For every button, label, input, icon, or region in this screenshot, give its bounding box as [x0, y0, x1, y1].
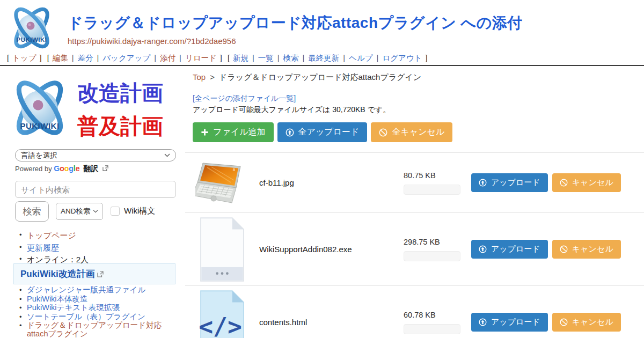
- nav-bracket: [: [7, 54, 9, 62]
- nav-bracket: ]: [220, 54, 222, 62]
- sidebar-link-text-ext[interactable]: PukiWikiテキスト表現拡張: [27, 303, 120, 312]
- ban-icon: [560, 245, 568, 253]
- upload-circle-icon: [479, 245, 487, 253]
- sidebar-link-common-files[interactable]: ダジャレンジャー版共通ファイル: [27, 285, 145, 294]
- progress-bar: [404, 185, 460, 195]
- sidebar-link-sort-table[interactable]: ソートテーブル（表）プラグイン: [27, 312, 145, 321]
- breadcrumb-home-link[interactable]: Top: [193, 72, 206, 82]
- nav-bracket: [: [228, 54, 230, 62]
- pukiwiki-attach-page: PUKIWIKI ドラッグ＆ドロップアップロード対応attachプラグイン への…: [0, 0, 644, 338]
- online-count-text: オンライン：2人: [27, 255, 89, 264]
- nav-item-top[interactable]: トップ: [12, 54, 36, 62]
- site-search-input[interactable]: [15, 181, 176, 198]
- upload-circle-icon: [479, 179, 487, 187]
- cancel-button[interactable]: キャンセル: [552, 173, 621, 192]
- wiki-syntax-checkbox[interactable]: [111, 207, 120, 216]
- file-row: WikiSupportAddin082.exe 298.75 KB アップロード: [185, 213, 644, 286]
- search-mode-select[interactable]: AND検索: [56, 203, 103, 220]
- upload-button[interactable]: アップロード: [471, 240, 548, 259]
- ban-icon: [379, 128, 387, 137]
- nav-item-edit[interactable]: 編集: [53, 54, 68, 62]
- page-url-link[interactable]: https://pukiwiki.dajya-ranger.com/?1bd2d…: [68, 36, 236, 46]
- all-attachments-link[interactable]: [全ページの添付ファイル一覧]: [193, 94, 296, 104]
- logo-line1: 改造計画: [77, 81, 163, 105]
- file-size: 60.78 KB: [404, 311, 464, 319]
- nav-bracket: ]: [40, 54, 42, 62]
- file-actions: アップロード キャンセル: [471, 240, 644, 259]
- upload-all-button[interactable]: 全アップロード: [277, 122, 368, 142]
- cancel-button[interactable]: キャンセル: [552, 313, 621, 332]
- ban-icon: [560, 318, 568, 326]
- sidebar-link-core-mod[interactable]: PukiWiki本体改造: [27, 295, 88, 303]
- language-select-value: 言語を選択: [21, 151, 57, 160]
- file-row: </> contents.html 60.78 KB アップロード: [185, 286, 644, 338]
- file-thumbnail: </>: [189, 289, 255, 338]
- nav-item-diff[interactable]: 差分: [77, 54, 93, 62]
- nav-item-reload[interactable]: リロード: [185, 54, 217, 62]
- html-file-icon: </>: [197, 289, 247, 338]
- laptop-photo-thumbnail: 8: [195, 161, 249, 205]
- logo-line2: 普及計画: [77, 114, 163, 138]
- sidebar-link-toppage[interactable]: トップページ: [27, 231, 76, 240]
- list-item: PukiWiki本体改造: [27, 295, 176, 304]
- nav-bracket: [: [47, 54, 49, 62]
- nav-item-backup[interactable]: バックアップ: [103, 54, 150, 62]
- add-files-button[interactable]: ファイル追加: [193, 122, 274, 142]
- cancel-button[interactable]: キャンセル: [552, 240, 621, 259]
- powered-by-text: Powered by: [15, 165, 52, 173]
- upload-file-list: 8 cf-b11.jpg: [185, 152, 644, 338]
- upload-button[interactable]: アップロード: [471, 173, 548, 192]
- upload-circle-icon: [479, 318, 487, 326]
- file-name: cf-b11.jpg: [255, 178, 404, 187]
- breadcrumb-separator: >: [210, 72, 215, 82]
- google-translate-attribution[interactable]: Powered by Google 翻訳: [15, 164, 108, 174]
- list-item: ソートテーブル（表）プラグイン: [27, 313, 176, 321]
- external-link-icon: [103, 165, 108, 171]
- pukiwiki-logo[interactable]: PUKIWIKI: [5, 3, 58, 53]
- language-select[interactable]: 言語を選択: [15, 149, 176, 161]
- sidebar-site-logo[interactable]: PUKIWIKI 改造計画 普及計画: [9, 75, 178, 144]
- file-name: contents.html: [255, 318, 404, 327]
- top-navigation: [トップ] [編集|差分|バックアップ|添付|リロード] [新規|一覧|検索|最…: [5, 53, 429, 63]
- file-size: 80.75 KB: [404, 171, 464, 180]
- nav-item-search[interactable]: 検索: [283, 54, 299, 62]
- nav-separator: |: [154, 54, 156, 62]
- nav-separator: |: [377, 54, 379, 62]
- breadcrumb-current: ドラッグ＆ドロップアップロード対応attachプラグイン: [219, 72, 421, 82]
- nav-separator: |: [179, 54, 181, 62]
- svg-text:PUKIWIKI: PUKIWIKI: [16, 36, 47, 43]
- list-item: トップページ: [27, 231, 89, 241]
- nav-separator: |: [97, 54, 99, 62]
- page-title: ドラッグ＆ドロップアップロード対応attachプラグイン への添付: [68, 13, 523, 33]
- list-item: ドラッグ＆ドロップアップロード対応attachプラグイン: [27, 321, 176, 338]
- project-box-link[interactable]: PukiWiki改造計画: [13, 263, 175, 284]
- cancel-all-button[interactable]: 全キャンセル: [371, 122, 452, 142]
- upload-circle-icon: [286, 128, 294, 137]
- file-size: 298.75 KB: [404, 238, 464, 246]
- nav-item-list[interactable]: 一覧: [258, 54, 274, 62]
- google-logo: Google: [54, 164, 79, 173]
- search-button[interactable]: 検索: [15, 201, 49, 222]
- generic-file-icon: [197, 216, 247, 283]
- nav-item-new[interactable]: 新規: [233, 54, 248, 62]
- nav-item-recent[interactable]: 最終更新: [308, 54, 339, 62]
- sidebar-link-history[interactable]: 更新履歴: [27, 243, 59, 252]
- file-row: 8 cf-b11.jpg: [185, 153, 644, 213]
- list-item: 更新履歴: [27, 243, 89, 253]
- nav-item-attach[interactable]: 添付: [160, 54, 175, 62]
- svg-text:PUKIWIKI: PUKIWIKI: [20, 121, 59, 130]
- svg-text:</>: </>: [199, 313, 242, 338]
- main-content: Top>ドラッグ＆ドロップアップロード対応attachプラグイン [全ページの添…: [185, 66, 644, 338]
- nav-item-help[interactable]: ヘルプ: [349, 54, 373, 62]
- nav-separator: |: [343, 54, 345, 62]
- sidebar-link-dragdrop-attach[interactable]: ドラッグ＆ドロップアップロード対応attachプラグイン: [27, 321, 162, 338]
- upload-button[interactable]: アップロード: [471, 313, 548, 332]
- nav-item-logout[interactable]: ログアウト: [382, 54, 422, 62]
- chevron-down-icon: [93, 210, 98, 213]
- list-item: ダジャレンジャー版共通ファイル: [27, 286, 176, 295]
- file-thumbnail: 8: [189, 161, 255, 205]
- file-size-block: 60.78 KB: [404, 311, 464, 334]
- list-item: PukiWikiテキスト表現拡張: [27, 304, 176, 312]
- breadcrumb: Top>ドラッグ＆ドロップアップロード対応attachプラグイン: [193, 72, 421, 83]
- chevron-down-icon: [164, 153, 170, 157]
